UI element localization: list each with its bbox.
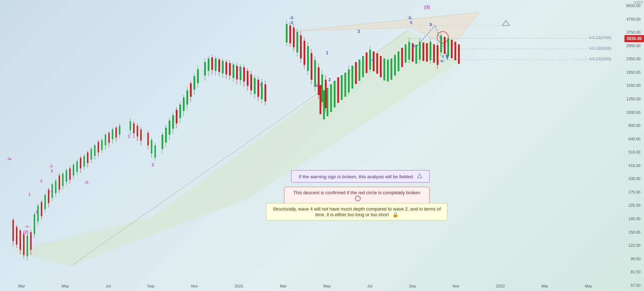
wave-label-neg-c: -c- bbox=[25, 224, 29, 228]
svg-rect-65 bbox=[108, 133, 110, 143]
annotation-wave4-note: Structurally, wave 4 will not have much … bbox=[266, 203, 447, 220]
svg-rect-163 bbox=[318, 67, 320, 95]
svg-rect-159 bbox=[311, 53, 312, 80]
currency-label: USDT bbox=[634, 1, 643, 5]
svg-rect-17 bbox=[23, 234, 24, 255]
svg-rect-63 bbox=[105, 135, 106, 145]
y-label-99: 99.50 bbox=[614, 257, 642, 261]
svg-rect-123 bbox=[229, 63, 231, 75]
wave-label-neg5: -5- bbox=[408, 16, 412, 20]
svg-rect-189 bbox=[383, 58, 385, 80]
svg-rect-75 bbox=[133, 123, 135, 133]
svg-rect-183 bbox=[366, 52, 367, 73]
svg-rect-45 bbox=[73, 165, 74, 175]
wave-label-3-small: 3 bbox=[40, 179, 42, 183]
svg-rect-145 bbox=[286, 24, 288, 43]
svg-rect-191 bbox=[391, 58, 392, 80]
svg-rect-127 bbox=[236, 66, 238, 79]
wave-label-5-small: 5 bbox=[51, 169, 53, 173]
x-label-mar2: Mar bbox=[280, 284, 286, 288]
wave-label-1-small: 1 bbox=[28, 192, 31, 196]
svg-rect-135 bbox=[250, 74, 252, 90]
svg-rect-137 bbox=[254, 78, 256, 94]
svg-rect-214 bbox=[454, 42, 456, 60]
svg-rect-173 bbox=[334, 81, 335, 107]
wave-label-4-mid: 4 bbox=[372, 57, 374, 62]
svg-rect-200 bbox=[419, 42, 421, 60]
wave-label-c: c bbox=[442, 54, 444, 59]
svg-rect-193 bbox=[398, 51, 399, 71]
triangle-icon bbox=[417, 173, 422, 179]
svg-rect-161 bbox=[314, 60, 316, 87]
x-label-sep: Sep bbox=[147, 284, 154, 288]
svg-rect-15 bbox=[20, 230, 21, 250]
svg-marker-0 bbox=[11, 30, 462, 266]
chart-container: 6000.00 4750.00 3750.00 2950.00 2350.00 … bbox=[0, 0, 644, 291]
y-label-2350: 2350.00 bbox=[614, 57, 642, 61]
svg-rect-87 bbox=[162, 135, 163, 149]
lock-icon: 🔒 bbox=[392, 212, 398, 217]
y-label-275: 275.00 bbox=[614, 190, 642, 194]
svg-rect-69 bbox=[115, 128, 117, 138]
svg-rect-188 bbox=[380, 56, 382, 77]
svg-rect-177 bbox=[348, 69, 350, 93]
svg-rect-213 bbox=[451, 40, 453, 58]
svg-rect-55 bbox=[91, 149, 92, 160]
wave-label-neg1: -1- bbox=[49, 164, 54, 168]
y-label-335: 335.00 bbox=[614, 177, 642, 181]
annotation-red-circle: This descent is confirmed if the red cir… bbox=[284, 187, 430, 205]
svg-point-9 bbox=[437, 32, 448, 43]
svg-rect-151 bbox=[296, 32, 298, 52]
svg-rect-39 bbox=[62, 174, 64, 186]
svg-rect-190 bbox=[387, 60, 389, 82]
svg-rect-29 bbox=[44, 195, 46, 209]
x-label-2022: 2022 bbox=[496, 284, 505, 288]
svg-rect-107 bbox=[197, 69, 199, 83]
fib-label-3100: 4:0.23(3100) bbox=[589, 46, 611, 50]
svg-rect-194 bbox=[401, 48, 403, 67]
svg-rect-206 bbox=[433, 44, 435, 63]
wave-label-5b: 5 bbox=[410, 21, 412, 25]
svg-rect-41 bbox=[66, 170, 67, 182]
y-label-800: 800.00 bbox=[614, 123, 642, 128]
svg-rect-172 bbox=[330, 84, 332, 112]
x-label-may2: May bbox=[323, 284, 331, 288]
svg-rect-23 bbox=[34, 214, 35, 234]
wave-label-4-small: 4 bbox=[51, 189, 53, 193]
svg-rect-209 bbox=[440, 35, 442, 52]
svg-rect-79 bbox=[140, 129, 142, 141]
svg-rect-27 bbox=[41, 202, 42, 216]
svg-rect-175 bbox=[341, 75, 343, 100]
wave-label-neg3: -3- bbox=[289, 16, 294, 20]
wave-label-2-mid: 2 bbox=[328, 77, 331, 82]
svg-rect-211 bbox=[444, 37, 446, 54]
wave-label-3-early: 3 bbox=[239, 67, 241, 72]
svg-rect-11 bbox=[12, 220, 14, 241]
wave-label-neg-a: -a- bbox=[440, 58, 444, 63]
wave-label-2-small: 2 bbox=[36, 210, 38, 214]
svg-rect-31 bbox=[48, 190, 49, 203]
svg-rect-155 bbox=[304, 41, 305, 65]
svg-rect-171 bbox=[327, 88, 328, 116]
svg-rect-37 bbox=[59, 175, 60, 190]
svg-rect-149 bbox=[293, 28, 295, 47]
x-label-jul: Jul bbox=[106, 284, 111, 288]
svg-rect-81 bbox=[147, 133, 149, 145]
svg-marker-216 bbox=[417, 174, 422, 178]
svg-rect-143 bbox=[264, 84, 266, 101]
svg-rect-202 bbox=[422, 43, 424, 61]
y-label-1550: 1550.00 bbox=[614, 83, 642, 88]
x-label-mar: Mar bbox=[18, 284, 25, 288]
svg-rect-13 bbox=[16, 227, 17, 245]
svg-rect-109 bbox=[204, 62, 206, 75]
svg-rect-43 bbox=[69, 168, 71, 180]
svg-rect-61 bbox=[101, 140, 103, 150]
svg-rect-67 bbox=[112, 129, 113, 139]
svg-rect-131 bbox=[243, 67, 245, 82]
y-label-1950: 1950.00 bbox=[614, 70, 642, 74]
svg-rect-181 bbox=[359, 60, 360, 81]
wave-label-2-major: (2) bbox=[23, 230, 28, 235]
y-label-640: 640.00 bbox=[614, 137, 642, 141]
svg-rect-71 bbox=[119, 126, 120, 135]
svg-rect-83 bbox=[151, 140, 152, 153]
